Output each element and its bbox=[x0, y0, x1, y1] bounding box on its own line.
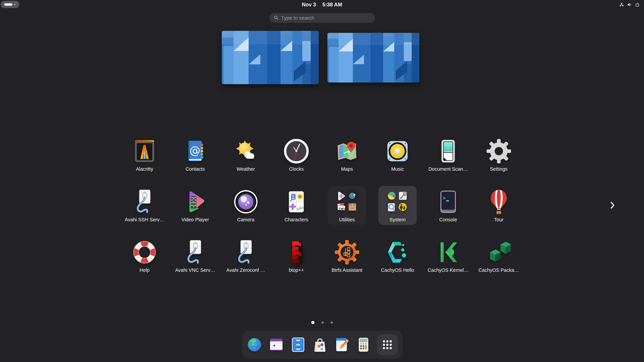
workspace-thumbnail-2[interactable] bbox=[328, 33, 420, 82]
calendar-icon bbox=[268, 336, 285, 353]
top-bar: Nov 3 5:38 AM bbox=[0, 0, 644, 9]
app-label: Maps bbox=[341, 166, 353, 172]
cachyos-kernel-manager-icon bbox=[435, 239, 461, 265]
app-avahi-zeroconf[interactable]: Avahi Zeroconf … bbox=[220, 239, 271, 290]
search-icon bbox=[274, 15, 279, 21]
text-editor-icon bbox=[333, 336, 350, 353]
app-label: Music bbox=[391, 166, 404, 172]
app-settings[interactable]: Settings bbox=[474, 138, 524, 189]
maps-icon bbox=[334, 138, 360, 164]
app-music[interactable]: Music bbox=[372, 138, 423, 189]
app-label: Tour bbox=[494, 217, 504, 223]
workspace-thumbnail-1[interactable] bbox=[222, 31, 319, 84]
dash-dock bbox=[242, 331, 402, 359]
settings-gear-icon bbox=[486, 138, 512, 164]
app-label: Settings bbox=[490, 166, 508, 172]
app-label: Avahi SSH Serv… bbox=[125, 217, 164, 223]
dock-item-software[interactable] bbox=[312, 336, 328, 353]
folder-label: System bbox=[390, 217, 406, 223]
help-lifebuoy-icon bbox=[132, 239, 158, 265]
document-scanner-icon bbox=[435, 138, 461, 164]
app-label: btop++ bbox=[289, 267, 304, 273]
characters-icon: ش bbox=[283, 189, 309, 215]
app-alacritty[interactable]: Alacritty bbox=[119, 138, 170, 189]
dock-show-apps-button[interactable] bbox=[377, 334, 398, 355]
app-label: Console bbox=[439, 217, 457, 223]
folder-system[interactable]: System bbox=[372, 189, 423, 239]
app-label: Document Scan… bbox=[428, 166, 468, 172]
power-icon bbox=[635, 2, 640, 7]
volume-icon bbox=[627, 2, 632, 7]
app-label: Characters bbox=[284, 217, 308, 223]
app-cachyos-package-installer[interactable]: CachyOS Packa… bbox=[474, 239, 524, 290]
page-indicator bbox=[311, 321, 333, 324]
app-camera[interactable]: Camera bbox=[220, 189, 271, 239]
dock-item-web[interactable] bbox=[246, 336, 263, 353]
dock-item-files[interactable] bbox=[290, 336, 306, 353]
app-help[interactable]: Help bbox=[119, 239, 170, 290]
files-icon bbox=[290, 336, 306, 353]
app-label: CachyOS Kernel… bbox=[428, 267, 469, 273]
app-btrfs-assistant[interactable]: Btrfs Assistant bbox=[322, 239, 372, 290]
app-maps[interactable]: Maps bbox=[322, 138, 372, 189]
utilities-folder-icon bbox=[334, 189, 360, 215]
app-avahi-ssh[interactable]: Avahi SSH Serv… bbox=[119, 189, 170, 239]
app-document-scanner[interactable]: Document Scan… bbox=[423, 138, 474, 189]
app-characters[interactable]: ش Characters bbox=[271, 189, 322, 239]
app-console[interactable]: > Console bbox=[423, 189, 474, 239]
search-input[interactable] bbox=[281, 15, 375, 21]
clock-menu[interactable]: Nov 3 5:38 AM bbox=[0, 0, 644, 9]
app-label: Btrfs Assistant bbox=[332, 267, 362, 273]
page-dot-2[interactable] bbox=[322, 322, 324, 324]
app-contacts[interactable]: @ Contacts bbox=[170, 138, 220, 189]
chevron-right-icon bbox=[610, 201, 615, 210]
web-browser-icon bbox=[246, 336, 263, 353]
app-btop[interactable]: btop++ bbox=[271, 239, 322, 290]
avahi-ssh-icon bbox=[132, 189, 158, 215]
date-label: Nov 3 bbox=[302, 2, 316, 8]
folder-utilities[interactable]: Utilities bbox=[322, 189, 372, 239]
app-label: Clocks bbox=[289, 166, 304, 172]
svg-text:ش: ش bbox=[297, 204, 304, 210]
camera-icon bbox=[233, 189, 259, 215]
time-label: 5:38 AM bbox=[322, 2, 342, 8]
app-label: CachyOS Packa… bbox=[478, 267, 519, 273]
app-label: Help bbox=[140, 267, 150, 273]
video-player-icon bbox=[182, 189, 208, 215]
app-weather[interactable]: Weather bbox=[220, 138, 271, 189]
search-bar[interactable] bbox=[269, 13, 375, 23]
app-avahi-vnc[interactable]: Avahi VNC Serv… bbox=[170, 239, 220, 290]
app-label: Contacts bbox=[186, 166, 205, 172]
dock-item-text-editor[interactable] bbox=[333, 336, 350, 353]
dock-item-calculator[interactable] bbox=[355, 336, 372, 353]
app-tour[interactable]: Tour bbox=[474, 189, 524, 239]
app-label: Weather bbox=[237, 166, 255, 172]
dock-item-calendar[interactable] bbox=[268, 336, 285, 353]
console-icon: > bbox=[435, 189, 461, 215]
wired-network-icon bbox=[619, 2, 624, 7]
app-clocks[interactable]: Clocks bbox=[271, 138, 322, 189]
app-cachyos-hello[interactable]: CachyOS Hello bbox=[372, 239, 423, 290]
app-video-player[interactable]: Video Player bbox=[170, 189, 220, 239]
page-dot-1[interactable] bbox=[311, 321, 314, 324]
tour-balloon-icon bbox=[486, 189, 512, 215]
svg-text:>: > bbox=[443, 195, 446, 201]
page-dot-3[interactable] bbox=[331, 322, 333, 324]
music-icon bbox=[384, 138, 410, 164]
app-cachyos-kernel-manager[interactable]: CachyOS Kernel… bbox=[423, 239, 474, 290]
system-status-area[interactable] bbox=[619, 0, 640, 9]
app-label: Alacritty bbox=[136, 166, 153, 172]
next-page-button[interactable] bbox=[606, 198, 619, 212]
weather-icon bbox=[233, 138, 259, 164]
clocks-icon bbox=[283, 138, 309, 164]
app-grid-icon bbox=[381, 339, 394, 351]
avahi-vnc-icon bbox=[182, 239, 208, 265]
software-store-icon bbox=[312, 336, 328, 353]
folder-label: Utilities bbox=[339, 217, 355, 223]
app-label: Camera bbox=[237, 217, 254, 223]
cachyos-package-installer-icon bbox=[486, 239, 512, 265]
avahi-zeroconf-icon bbox=[233, 239, 259, 265]
system-folder-icon bbox=[384, 189, 410, 215]
contacts-icon: @ bbox=[182, 138, 208, 164]
svg-text:@: @ bbox=[190, 144, 200, 157]
